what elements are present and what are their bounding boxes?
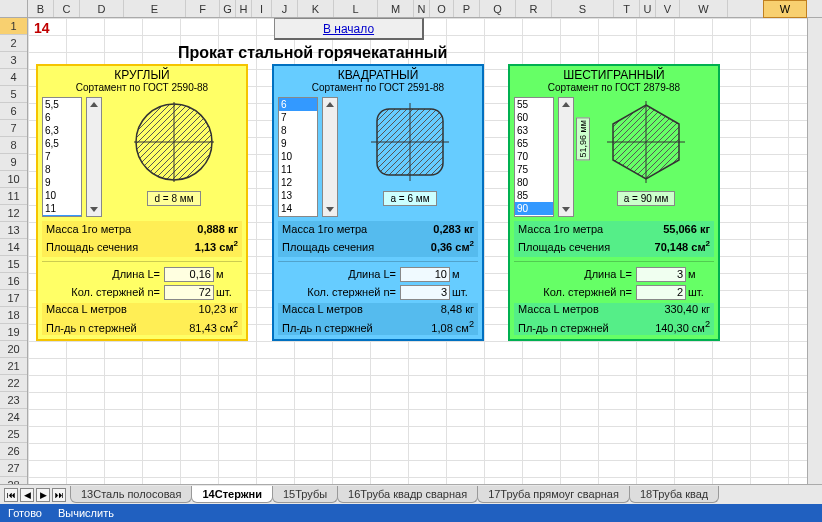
col-header[interactable]: M: [378, 0, 414, 17]
row-header[interactable]: 17: [0, 290, 27, 307]
round-size-scrollbar[interactable]: [86, 97, 102, 217]
row-header[interactable]: 23: [0, 392, 27, 409]
size-option[interactable]: 10: [279, 150, 317, 163]
col-header[interactable]: J: [272, 0, 298, 17]
row-header[interactable]: 11: [0, 188, 27, 205]
size-option[interactable]: 6,3: [43, 124, 81, 137]
col-header[interactable]: O: [430, 0, 454, 17]
size-option[interactable]: 5,5: [43, 98, 81, 111]
square-size-list[interactable]: 67891011121314: [278, 97, 318, 217]
size-option[interactable]: 11: [279, 163, 317, 176]
size-option[interactable]: 63: [515, 124, 553, 137]
col-header[interactable]: E: [124, 0, 186, 17]
sheet-tab[interactable]: 16Труба квадр сварная: [337, 486, 478, 503]
tab-nav-prev[interactable]: ◀: [20, 488, 34, 502]
row-header[interactable]: 27: [0, 460, 27, 477]
size-option[interactable]: 10: [43, 189, 81, 202]
size-option[interactable]: 75: [515, 163, 553, 176]
col-header[interactable]: I: [252, 0, 272, 17]
col-header[interactable]: B: [28, 0, 54, 17]
tab-nav-first[interactable]: ⏮: [4, 488, 18, 502]
row-header[interactable]: 20: [0, 341, 27, 358]
tab-nav-next[interactable]: ▶: [36, 488, 50, 502]
row-header[interactable]: 5: [0, 86, 27, 103]
col-header[interactable]: W: [680, 0, 728, 17]
size-option[interactable]: 60: [515, 111, 553, 124]
sheet-tab[interactable]: 15Трубы: [272, 486, 338, 503]
row-header[interactable]: 18: [0, 307, 27, 324]
home-button[interactable]: В начало: [274, 18, 424, 40]
size-option[interactable]: 70: [515, 150, 553, 163]
tab-nav-last[interactable]: ⏭: [52, 488, 66, 502]
col-header[interactable]: R: [516, 0, 552, 17]
size-option[interactable]: 8: [43, 163, 81, 176]
row-header[interactable]: 3: [0, 52, 27, 69]
sheet-tab[interactable]: 14Стержни: [191, 486, 272, 503]
col-header-active[interactable]: W: [763, 0, 807, 18]
col-header[interactable]: Q: [480, 0, 516, 17]
size-option[interactable]: 8: [279, 124, 317, 137]
size-option[interactable]: 85: [515, 189, 553, 202]
size-option[interactable]: 6: [279, 98, 317, 111]
size-option[interactable]: 9: [43, 176, 81, 189]
row-header[interactable]: 24: [0, 409, 27, 426]
size-option[interactable]: 12: [43, 215, 81, 217]
row-header[interactable]: 25: [0, 426, 27, 443]
square-len-input[interactable]: [400, 267, 450, 282]
row-header[interactable]: 4: [0, 69, 27, 86]
col-header[interactable]: F: [186, 0, 220, 17]
size-option[interactable]: 9: [279, 137, 317, 150]
row-header[interactable]: 14: [0, 239, 27, 256]
col-header[interactable]: N: [414, 0, 430, 17]
row-header[interactable]: 12: [0, 205, 27, 222]
row-header[interactable]: 21: [0, 358, 27, 375]
hex-len-input[interactable]: [636, 267, 686, 282]
col-header[interactable]: U: [640, 0, 656, 17]
row-header[interactable]: 1: [0, 18, 27, 35]
size-option[interactable]: 13: [279, 189, 317, 202]
size-option[interactable]: 14: [279, 202, 317, 215]
row-header[interactable]: 26: [0, 443, 27, 460]
size-option[interactable]: 6,5: [43, 137, 81, 150]
round-size-list[interactable]: 5,566,36,5789101112: [42, 97, 82, 217]
square-size-scrollbar[interactable]: [322, 97, 338, 217]
hex-count-input[interactable]: [636, 285, 686, 300]
col-header[interactable]: K: [298, 0, 334, 17]
row-header[interactable]: 6: [0, 103, 27, 120]
size-option[interactable]: 80: [515, 176, 553, 189]
size-option[interactable]: 7: [279, 111, 317, 124]
row-header[interactable]: 15: [0, 256, 27, 273]
col-header[interactable]: V: [656, 0, 680, 17]
col-header[interactable]: S: [552, 0, 614, 17]
col-header[interactable]: P: [454, 0, 480, 17]
row-header[interactable]: 16: [0, 273, 27, 290]
square-count-input[interactable]: [400, 285, 450, 300]
size-option[interactable]: 65: [515, 137, 553, 150]
size-option[interactable]: 6: [43, 111, 81, 124]
hex-size-scrollbar[interactable]: [558, 97, 574, 217]
sheet-tab[interactable]: 18Труба квад: [629, 486, 719, 503]
round-count-input[interactable]: [164, 285, 214, 300]
col-header[interactable]: G: [220, 0, 236, 17]
row-header[interactable]: 19: [0, 324, 27, 341]
size-option[interactable]: 95: [515, 215, 553, 217]
col-header[interactable]: H: [236, 0, 252, 17]
col-header[interactable]: T: [614, 0, 640, 17]
row-header[interactable]: 22: [0, 375, 27, 392]
col-header[interactable]: C: [54, 0, 80, 17]
round-len-input[interactable]: [164, 267, 214, 282]
size-option[interactable]: 55: [515, 98, 553, 111]
row-header[interactable]: 8: [0, 137, 27, 154]
col-header[interactable]: L: [334, 0, 378, 17]
row-header[interactable]: 13: [0, 222, 27, 239]
row-header[interactable]: 7: [0, 120, 27, 137]
row-header[interactable]: 9: [0, 154, 27, 171]
size-option[interactable]: 90: [515, 202, 553, 215]
row-header[interactable]: 10: [0, 171, 27, 188]
size-option[interactable]: 11: [43, 202, 81, 215]
sheet-tab[interactable]: 17Труба прямоуг сварная: [477, 486, 630, 503]
row-header[interactable]: 2: [0, 35, 27, 52]
size-option[interactable]: 7: [43, 150, 81, 163]
hex-size-list[interactable]: 55606365707580859095: [514, 97, 554, 217]
vertical-scrollbar[interactable]: [807, 18, 822, 484]
